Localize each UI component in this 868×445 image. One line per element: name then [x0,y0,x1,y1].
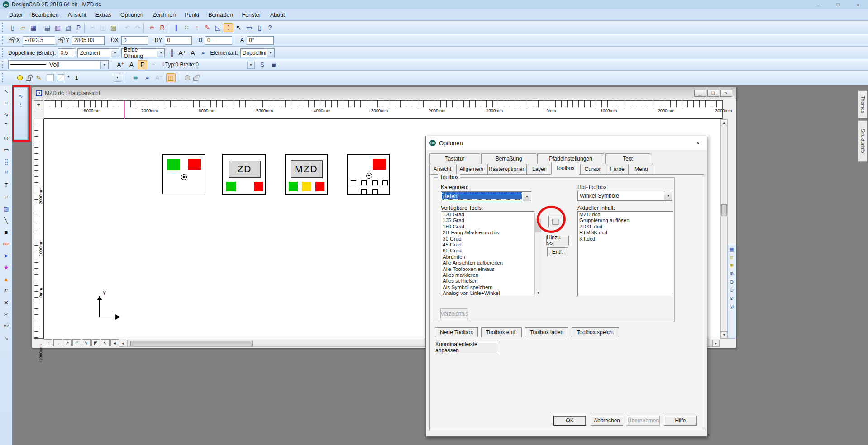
separator[interactable] [84,23,87,32]
categories-select[interactable]: Befehl ▼ [441,191,531,201]
window-cascade-icon[interactable]: ▯ [255,23,264,32]
plot-icon[interactable]: P [74,23,83,32]
drawing-window-titlebar[interactable]: D MZD.dc : Hauptansicht ▁ ❏ × [32,87,736,99]
tab[interactable]: Cursor [580,164,605,174]
scroll-down-icon[interactable]: ▼ [721,331,727,338]
offset-tool-icon[interactable]: ⌐ [0,191,12,203]
list-item[interactable]: Als Symbol speichern [441,284,541,290]
menu-item[interactable]: About [266,10,290,19]
d-input[interactable]: 0 [205,36,232,45]
scrollbar-thumb[interactable] [130,341,253,346]
x-input[interactable]: -7023.5 [23,36,55,45]
list-item[interactable]: 2D-Fang-/Markiermodus [441,230,541,236]
dy-input[interactable]: 0 [165,36,192,45]
minus-icon[interactable]: − [148,60,158,69]
list-item[interactable]: KT.dcd [578,236,673,242]
point-array-icon[interactable]: ⠛ [0,167,12,179]
align-select[interactable]: Zentriert ▼ [77,48,119,57]
toolbox-action-button[interactable]: Toolbox entf. [481,327,522,337]
vertical-scrollbar[interactable]: ▲ ▼ [720,119,728,339]
line-tool-icon[interactable]: ╲ [0,214,12,226]
resize-tool-icon[interactable]: ↘ [0,332,12,344]
nav-upleft-icon[interactable]: ↖ [101,339,110,346]
opening-select[interactable]: Beide Öffnung ▼ [121,48,165,57]
context-help-icon[interactable]: ? [265,23,275,32]
ok-button[interactable]: OK [553,416,586,426]
star-tool-icon[interactable]: ★ [0,261,12,273]
menu-item[interactable]: Extras [91,10,116,19]
y-lock-icon[interactable] [58,39,63,43]
line-type-select[interactable]: LTyp:0 Breite:0 ▼ [160,60,255,69]
layer-stack-icon[interactable]: ≣ [131,73,140,82]
toolbox-action-button[interactable]: Toolbox speich. [572,327,619,337]
move-tool-icon[interactable]: + [0,97,12,109]
list-item[interactable]: Alle Toolboxen ein/aus [441,266,541,272]
redo-icon[interactable]: ↷ [133,23,143,32]
rectangle-tool-icon[interactable]: ▭ [0,144,12,156]
y-input[interactable]: 2805.83 [72,36,105,45]
export-icon[interactable]: ▧ [63,23,73,32]
apply-attributes-icon[interactable]: ➢ [198,48,208,57]
menu-item[interactable]: Bearbeiten [27,10,63,19]
toolbar-grip[interactable] [2,48,5,57]
tab[interactable]: Menü [630,164,653,174]
scrollbar-thumb[interactable] [721,204,727,216]
point-select-icon[interactable]: ⁚ [224,23,233,32]
arc-tool-icon[interactable]: ⌒ [0,120,12,132]
list-item[interactable]: 60 Grad [441,248,541,254]
triangle-tool-icon[interactable]: ▲ [0,273,12,285]
x-lock-icon[interactable] [9,39,14,43]
zoom-extents-icon[interactable]: ⊚ [728,295,735,302]
close-button[interactable]: × [848,0,868,9]
select-tool-icon[interactable]: ↖ [0,85,12,97]
solid-fill-icon[interactable]: ■ [0,226,12,238]
list-item[interactable]: Abrunden [441,254,541,260]
layer-text-icon[interactable]: A⁺ [154,73,164,82]
nav-up-icon[interactable]: ↑ [44,339,52,346]
zoom-out-icon[interactable]: ⊖ [728,279,735,285]
double-line-width-input[interactable]: 0.5 [58,48,75,57]
structure-info-side-tab[interactable]: Strukturinfo [858,120,867,162]
layer-color-swatch[interactable] [47,74,54,81]
menu-item[interactable]: Datei [5,10,27,19]
scroll-right-icon[interactable]: ▸ [712,340,720,347]
font-icon[interactable]: A [127,60,136,69]
layer-visible-icon[interactable] [17,75,23,80]
all-layers-visible-icon[interactable] [185,75,190,80]
grid-toggle-icon[interactable]: ▦ [728,246,735,253]
print-icon[interactable]: ▤ [43,23,52,32]
double-line-icon[interactable]: ∥ [172,23,181,32]
list-item[interactable]: RTMSK.dcd [578,230,673,236]
child-minimize-button[interactable]: ▁ [694,90,706,97]
toolbar-grip[interactable] [2,36,5,44]
tab[interactable]: Toolbox [551,162,579,174]
scroll-left-icon[interactable]: ◂ [119,340,126,347]
list-item[interactable]: Alles schließen [441,278,541,284]
minimize-button[interactable]: ─ [808,0,828,9]
list-item[interactable]: 135 Grad [441,218,541,223]
a-input[interactable]: 0° [247,36,274,45]
list-item[interactable]: 30 Grad [441,236,541,242]
dx-input[interactable]: 0 [121,36,148,45]
nav-corner-icon[interactable]: ◤ [91,339,100,346]
hot-toolbox-select[interactable]: Winkel-Symbole ▼ [577,191,672,201]
snap-hash-icon[interactable]: # [728,254,735,261]
apply-button[interactable]: Übernehmen [627,416,660,426]
line-style-select[interactable]: Voll ▼ [8,60,109,69]
menu-item[interactable]: Punkt [180,10,204,19]
scroll-up-icon[interactable]: ▲ [721,119,727,126]
add-button[interactable]: Hinzu >> [546,236,569,245]
tab[interactable]: Bemaßung [481,153,536,164]
tab[interactable]: Rasteroptionen [487,164,527,174]
text-style-icon[interactable]: A [188,48,197,57]
list-item[interactable]: Gruppierung auflösen [578,218,673,223]
dialog-titlebar[interactable]: DC Optionen [426,136,707,150]
layer-select[interactable]: 1 ▼ [73,73,122,82]
nav-right-icon[interactable]: → [53,339,62,346]
list-item[interactable]: MZD.dcd [578,212,673,218]
scroll-down-icon[interactable]: ▼ [535,289,542,296]
mz-tool-icon[interactable]: MZ [0,320,12,332]
layer-edit-icon[interactable]: ✎ [34,73,43,82]
trim-tool-icon[interactable]: ✂ [0,308,12,320]
copy-icon[interactable]: ◫ [98,23,108,32]
